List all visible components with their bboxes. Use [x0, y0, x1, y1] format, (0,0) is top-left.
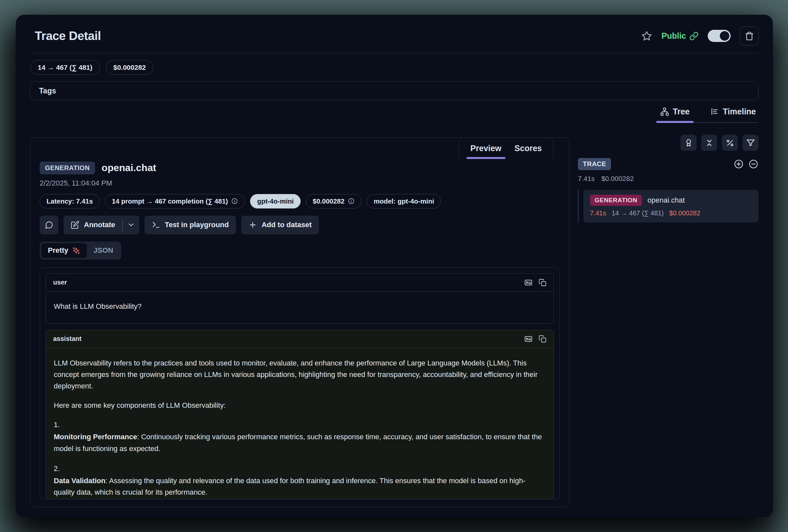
message-role: assistant: [53, 335, 82, 342]
copy-icon[interactable]: [538, 335, 547, 343]
node-metrics-row: 7.41s 14 → 467 (∑ 481) $0.000282: [590, 210, 752, 217]
annotate-button[interactable]: Annotate: [64, 216, 122, 234]
trace-meta: 7.41s $0.000282: [578, 175, 759, 182]
item-number: 2.: [54, 463, 546, 474]
terminal-icon: [152, 221, 160, 229]
public-link[interactable]: Public: [662, 31, 698, 41]
preview-card-header: Preview Scores: [31, 138, 569, 159]
token-pill-label: 14 prompt → 467 completion (∑ 481): [112, 197, 228, 205]
filter-icon: [746, 139, 755, 147]
tags-container[interactable]: Tags: [30, 81, 759, 100]
tree-toolbar: [578, 135, 759, 151]
node-tokens: 14 → 467 (∑ 481): [612, 210, 664, 217]
item-title: Data Validation: [54, 477, 105, 485]
trace-root-row[interactable]: TRACE: [578, 158, 759, 170]
observation-actions: Annotate Test in playgroun: [40, 216, 560, 234]
format-toggle-row: Pretty JSON: [40, 241, 560, 260]
tab-preview[interactable]: Preview: [464, 140, 508, 159]
public-toggle[interactable]: [708, 30, 731, 42]
page-title: Trace Detail: [35, 29, 101, 43]
star-icon[interactable]: [641, 31, 652, 42]
item-title: Monitoring Performance: [54, 433, 137, 441]
messages-container: user What is LLM Observability?: [40, 268, 560, 500]
info-icon: [231, 198, 238, 204]
cost-badge[interactable]: $0.000282: [106, 60, 153, 75]
markdown-icon[interactable]: [524, 335, 533, 343]
message-role: user: [53, 279, 67, 286]
observation-pills: Latency: 7.41s 14 prompt → 467 completio…: [40, 194, 560, 209]
model-pill[interactable]: gpt-4o-mini: [250, 194, 300, 209]
public-label: Public: [662, 31, 686, 41]
cost-pill[interactable]: $0.000282: [306, 194, 361, 209]
io-tabs: Preview Scores: [459, 137, 553, 159]
sparkles-icon: [72, 247, 80, 255]
item-text: : Assessing the quality and relevance of…: [54, 477, 526, 496]
cost-pill-label: $0.000282: [313, 197, 344, 205]
edit-icon: [71, 221, 79, 229]
assistant-message-card: assistant LLM Observabil: [45, 330, 554, 500]
award-icon: [685, 139, 693, 147]
latency-pill: Latency: 7.41s: [40, 194, 100, 209]
playground-label: Test in playground: [165, 221, 229, 229]
tab-tree-label: Tree: [673, 107, 690, 116]
observation-title-row: GENERATION openai.chat: [40, 162, 560, 174]
metrics-toggle-button[interactable]: [722, 135, 738, 151]
tree-node-row: GENERATION openai.chat 7.41s 14 → 467 (∑…: [578, 190, 759, 222]
tab-tree[interactable]: Tree: [657, 103, 692, 122]
chevron-down-icon: [127, 221, 135, 229]
toggle-knob: [720, 31, 729, 41]
main-split: Preview Scores GENERATION openai.chat 2/…: [30, 137, 759, 507]
add-to-dataset-button[interactable]: Add to dataset: [241, 216, 319, 234]
observation-type-badge: GENERATION: [40, 162, 95, 174]
node-type-badge: GENERATION: [590, 195, 642, 206]
token-usage-badge[interactable]: 14 → 467 (∑ 481): [30, 60, 100, 75]
observation-timestamp: 2/2/2025, 11:04:04 PM: [40, 179, 560, 188]
page-header: Trace Detail Public: [30, 15, 759, 54]
plus-circle-icon[interactable]: [734, 159, 744, 169]
copy-icon[interactable]: [538, 279, 547, 287]
user-message-card: user What is LLM Observability?: [45, 273, 554, 324]
timeline-icon: [710, 107, 719, 116]
scores-toggle-button[interactable]: [681, 135, 696, 151]
delete-trace-button[interactable]: [740, 26, 759, 45]
message-header-icons: [524, 335, 547, 343]
tab-timeline[interactable]: Timeline: [707, 103, 759, 122]
json-label: JSON: [94, 246, 113, 255]
assistant-message-header: assistant: [46, 330, 554, 348]
node-latency: 7.41s: [590, 210, 606, 217]
link-icon: [689, 32, 698, 41]
node-name: openai.chat: [647, 196, 685, 204]
comment-icon: [44, 221, 54, 230]
observation-name: openai.chat: [102, 162, 156, 173]
tab-scores[interactable]: Scores: [508, 140, 548, 159]
header-actions: Public: [641, 26, 759, 45]
trace-tree-panel: TRACE 7.41s $0.000282 GEN: [569, 137, 759, 507]
minus-circle-icon[interactable]: [748, 159, 759, 169]
trace-detail-window: Trace Detail Public 14 → 467 (∑ 481) $0.…: [16, 15, 773, 517]
trace-stats: 14 → 467 (∑ 481) $0.000282: [30, 60, 759, 75]
percent-icon: [726, 139, 734, 147]
tags-label: Tags: [39, 86, 56, 95]
user-message-content: What is LLM Observability?: [46, 292, 554, 323]
token-pill[interactable]: 14 prompt → 467 completion (∑ 481): [105, 194, 245, 209]
model-param-pill: model: gpt-4o-mini: [367, 194, 441, 209]
assistant-list-item: 1. Monitoring Performance: Continuously …: [54, 419, 546, 454]
info-icon: [348, 198, 355, 204]
assistant-list-item: 2. Data Validation: Assessing the qualit…: [54, 463, 546, 498]
annotate-dropdown-button[interactable]: [123, 216, 139, 234]
format-json-segment[interactable]: JSON: [87, 243, 120, 258]
playground-button[interactable]: Test in playground: [144, 216, 236, 234]
filter-button[interactable]: [743, 135, 759, 151]
view-tabs-row: Tree Timeline: [30, 103, 759, 123]
generation-tree-node[interactable]: GENERATION openai.chat 7.41s 14 → 467 (∑…: [584, 190, 759, 222]
comment-button[interactable]: [40, 216, 58, 234]
node-title-row: GENERATION openai.chat: [590, 195, 752, 206]
item-number: 1.: [54, 419, 546, 430]
format-toggle: Pretty JSON: [40, 241, 121, 260]
collapse-all-button[interactable]: [701, 135, 717, 151]
pretty-label: Pretty: [48, 246, 68, 255]
view-tabs: Tree Timeline: [657, 103, 759, 123]
format-pretty-segment[interactable]: Pretty: [41, 243, 87, 258]
markdown-icon[interactable]: [524, 278, 533, 287]
annotate-label: Annotate: [84, 221, 115, 229]
